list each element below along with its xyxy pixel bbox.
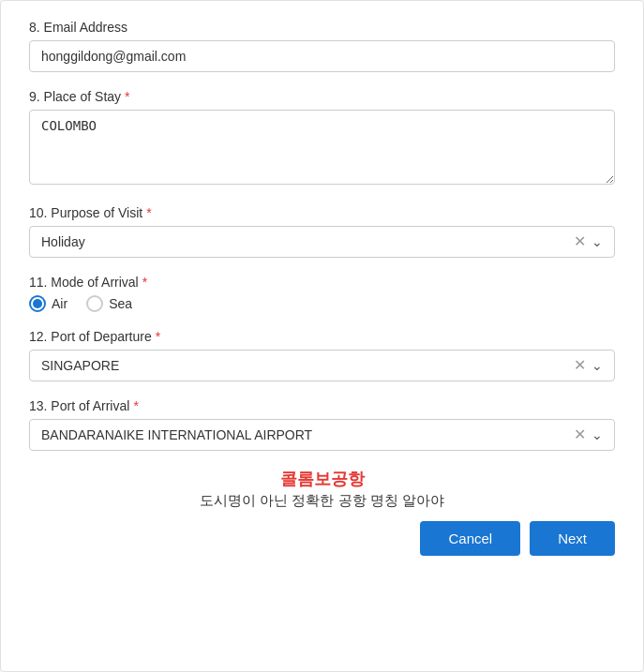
tooltip-box: 콜롬보공항 도시명이 아닌 정확한 공항 명칭 알아야 [29,468,615,510]
email-input[interactable] [29,40,615,72]
mode-of-arrival-label: 11. Mode of Arrival * [29,275,615,290]
port-of-arrival-select[interactable]: BANDARANAIKE INTERNATIONAL AIRPORT ✕ ⌄ [29,419,615,451]
tooltip-title: 콜롬보공항 [29,468,615,490]
port-of-departure-select-icons: ✕ ⌄ [574,358,603,373]
port-of-departure-select[interactable]: SINGAPORE ✕ ⌄ [29,350,615,381]
mode-of-arrival-radio-group: Air Sea [29,295,615,312]
port-of-departure-required: * [156,329,160,344]
purpose-of-visit-chevron-icon: ⌄ [592,234,603,249]
email-label: 8. Email Address [29,20,615,35]
purpose-of-visit-clear-icon[interactable]: ✕ [574,234,586,249]
place-of-stay-input[interactable]: COLOMBO [29,110,615,185]
port-of-departure-label: 12. Port of Departure * [29,329,615,344]
port-of-arrival-select-icons: ✕ ⌄ [574,427,603,442]
mode-of-arrival-field-group: 11. Mode of Arrival * Air Sea [29,275,615,312]
button-row: Cancel Next [29,521,615,556]
purpose-of-visit-required: * [146,205,151,220]
air-radio-label[interactable]: Air [29,295,67,312]
port-of-arrival-chevron-icon: ⌄ [592,427,603,442]
mode-of-arrival-required: * [142,275,147,290]
port-of-arrival-label: 13. Port of Arrival * [29,398,615,413]
air-radio-input[interactable] [29,295,46,312]
place-of-stay-required: * [125,89,129,104]
purpose-of-visit-label: 10. Purpose of Visit * [29,205,615,220]
sea-radio-input[interactable] [86,295,103,312]
tooltip-subtitle: 도시명이 아닌 정확한 공항 명칭 알아야 [29,492,615,510]
cancel-button[interactable]: Cancel [420,521,520,556]
port-of-departure-clear-icon[interactable]: ✕ [574,358,586,373]
next-button[interactable]: Next [530,521,615,556]
place-of-stay-field-group: 9. Place of Stay * COLOMBO [29,89,615,188]
form-card: 8. Email Address 9. Place of Stay * COLO… [0,0,644,672]
purpose-of-visit-select-icons: ✕ ⌄ [574,234,603,249]
port-of-arrival-required: * [133,398,138,413]
port-of-departure-chevron-icon: ⌄ [592,358,603,373]
port-of-arrival-field-group: 13. Port of Arrival * BANDARANAIKE INTER… [29,398,615,451]
sea-radio-label[interactable]: Sea [86,295,132,312]
place-of-stay-label: 9. Place of Stay * [29,89,615,104]
port-of-departure-field-group: 12. Port of Departure * SINGAPORE ✕ ⌄ [29,329,615,381]
purpose-of-visit-field-group: 10. Purpose of Visit * Holiday ✕ ⌄ [29,205,615,258]
email-field-group: 8. Email Address [29,20,615,72]
port-of-arrival-clear-icon[interactable]: ✕ [574,427,586,442]
purpose-of-visit-select[interactable]: Holiday ✕ ⌄ [29,226,615,258]
